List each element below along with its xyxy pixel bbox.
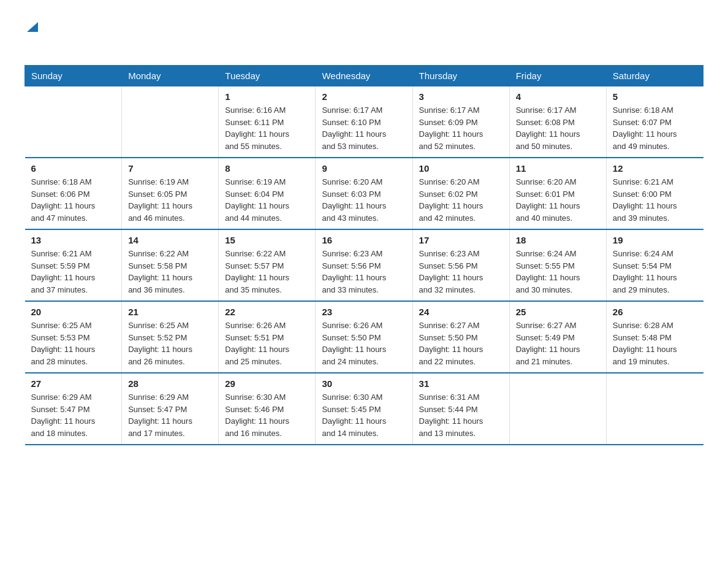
- day-number: 9: [322, 163, 406, 174]
- calendar-cell: 8Sunrise: 6:19 AM Sunset: 6:04 PM Daylig…: [219, 158, 316, 229]
- logo-triangle-icon: [26, 20, 39, 33]
- day-info: Sunrise: 6:20 AM Sunset: 6:01 PM Dayligh…: [516, 176, 600, 224]
- calendar-cell: [509, 373, 606, 445]
- calendar-cell: 22Sunrise: 6:26 AM Sunset: 5:51 PM Dayli…: [219, 301, 316, 373]
- calendar-cell: 13Sunrise: 6:21 AM Sunset: 5:59 PM Dayli…: [25, 229, 122, 301]
- calendar-cell: 31Sunrise: 6:31 AM Sunset: 5:44 PM Dayli…: [412, 373, 509, 445]
- day-number: 1: [225, 91, 309, 102]
- calendar-cell: 16Sunrise: 6:23 AM Sunset: 5:56 PM Dayli…: [316, 229, 412, 301]
- day-number: 13: [31, 235, 116, 245]
- calendar-cell: 17Sunrise: 6:23 AM Sunset: 5:56 PM Dayli…: [412, 229, 509, 301]
- calendar-week-row: 1Sunrise: 6:16 AM Sunset: 6:11 PM Daylig…: [25, 86, 703, 158]
- day-number: 3: [419, 91, 503, 102]
- calendar-cell: 29Sunrise: 6:30 AM Sunset: 5:46 PM Dayli…: [219, 373, 316, 445]
- day-info: Sunrise: 6:27 AM Sunset: 5:49 PM Dayligh…: [516, 320, 600, 367]
- calendar-table: SundayMondayTuesdayWednesdayThursdayFrid…: [25, 65, 703, 445]
- header-cell-friday: Friday: [509, 66, 606, 86]
- calendar-cell: 9Sunrise: 6:20 AM Sunset: 6:03 PM Daylig…: [316, 158, 412, 229]
- day-info: Sunrise: 6:23 AM Sunset: 5:56 PM Dayligh…: [322, 248, 406, 296]
- day-number: 23: [322, 307, 406, 317]
- calendar-header: SundayMondayTuesdayWednesdayThursdayFrid…: [25, 66, 703, 86]
- day-number: 5: [613, 91, 697, 102]
- day-number: 22: [225, 307, 309, 317]
- day-number: 10: [419, 163, 503, 174]
- calendar-cell: 5Sunrise: 6:18 AM Sunset: 6:07 PM Daylig…: [606, 86, 703, 158]
- day-number: 16: [322, 235, 406, 245]
- day-number: 18: [516, 235, 600, 245]
- day-info: Sunrise: 6:27 AM Sunset: 5:50 PM Dayligh…: [419, 320, 503, 367]
- calendar-cell: 15Sunrise: 6:22 AM Sunset: 5:57 PM Dayli…: [219, 229, 316, 301]
- day-number: 11: [516, 163, 600, 174]
- day-number: 15: [225, 235, 309, 245]
- day-info: Sunrise: 6:17 AM Sunset: 6:08 PM Dayligh…: [516, 104, 600, 152]
- calendar-cell: 18Sunrise: 6:24 AM Sunset: 5:55 PM Dayli…: [509, 229, 606, 301]
- day-info: Sunrise: 6:20 AM Sunset: 6:02 PM Dayligh…: [419, 176, 503, 224]
- day-number: 6: [31, 163, 116, 174]
- calendar-cell: 24Sunrise: 6:27 AM Sunset: 5:50 PM Dayli…: [412, 301, 509, 373]
- day-number: 12: [613, 163, 697, 174]
- calendar-cell: 26Sunrise: 6:28 AM Sunset: 5:48 PM Dayli…: [606, 301, 703, 373]
- day-info: Sunrise: 6:18 AM Sunset: 6:07 PM Dayligh…: [613, 104, 697, 152]
- day-number: 29: [225, 378, 309, 389]
- calendar-cell: 1Sunrise: 6:16 AM Sunset: 6:11 PM Daylig…: [219, 86, 316, 158]
- calendar-cell: 14Sunrise: 6:22 AM Sunset: 5:58 PM Dayli…: [122, 229, 219, 301]
- day-info: Sunrise: 6:17 AM Sunset: 6:10 PM Dayligh…: [322, 104, 406, 152]
- calendar-cell: 21Sunrise: 6:25 AM Sunset: 5:52 PM Dayli…: [122, 301, 219, 373]
- day-info: Sunrise: 6:22 AM Sunset: 5:58 PM Dayligh…: [128, 248, 212, 296]
- calendar-cell: 3Sunrise: 6:17 AM Sunset: 6:09 PM Daylig…: [412, 86, 509, 158]
- day-number: 19: [613, 235, 697, 245]
- page-header: [25, 18, 703, 53]
- day-info: Sunrise: 6:17 AM Sunset: 6:09 PM Dayligh…: [419, 104, 503, 152]
- calendar-cell: 20Sunrise: 6:25 AM Sunset: 5:53 PM Dayli…: [25, 301, 122, 373]
- day-number: 14: [128, 235, 212, 245]
- calendar-cell: 28Sunrise: 6:29 AM Sunset: 5:47 PM Dayli…: [122, 373, 219, 445]
- header-cell-tuesday: Tuesday: [219, 66, 316, 86]
- day-number: 4: [516, 91, 600, 102]
- calendar-cell: 10Sunrise: 6:20 AM Sunset: 6:02 PM Dayli…: [412, 158, 509, 229]
- day-info: Sunrise: 6:16 AM Sunset: 6:11 PM Dayligh…: [225, 104, 309, 152]
- day-info: Sunrise: 6:19 AM Sunset: 6:05 PM Dayligh…: [128, 176, 212, 224]
- day-info: Sunrise: 6:25 AM Sunset: 5:52 PM Dayligh…: [128, 320, 212, 367]
- calendar-cell: 7Sunrise: 6:19 AM Sunset: 6:05 PM Daylig…: [122, 158, 219, 229]
- calendar-week-row: 6Sunrise: 6:18 AM Sunset: 6:06 PM Daylig…: [25, 158, 703, 229]
- day-number: 21: [128, 307, 212, 317]
- day-info: Sunrise: 6:29 AM Sunset: 5:47 PM Dayligh…: [31, 391, 116, 439]
- calendar-cell: 11Sunrise: 6:20 AM Sunset: 6:01 PM Dayli…: [509, 158, 606, 229]
- day-info: Sunrise: 6:29 AM Sunset: 5:47 PM Dayligh…: [128, 391, 212, 439]
- day-number: 2: [322, 91, 406, 102]
- day-info: Sunrise: 6:30 AM Sunset: 5:46 PM Dayligh…: [225, 391, 309, 439]
- day-number: 7: [128, 163, 212, 174]
- day-info: Sunrise: 6:21 AM Sunset: 5:59 PM Dayligh…: [31, 248, 116, 296]
- calendar-cell: [122, 86, 219, 158]
- calendar-body: 1Sunrise: 6:16 AM Sunset: 6:11 PM Daylig…: [25, 86, 703, 445]
- header-cell-saturday: Saturday: [606, 66, 703, 86]
- header-cell-thursday: Thursday: [412, 66, 509, 86]
- calendar-week-row: 27Sunrise: 6:29 AM Sunset: 5:47 PM Dayli…: [25, 373, 703, 445]
- day-info: Sunrise: 6:30 AM Sunset: 5:45 PM Dayligh…: [322, 391, 406, 439]
- calendar-cell: 27Sunrise: 6:29 AM Sunset: 5:47 PM Dayli…: [25, 373, 122, 445]
- calendar-week-row: 20Sunrise: 6:25 AM Sunset: 5:53 PM Dayli…: [25, 301, 703, 373]
- day-number: 27: [31, 378, 116, 389]
- logo: [25, 18, 39, 53]
- calendar-cell: [25, 86, 122, 158]
- calendar-cell: 12Sunrise: 6:21 AM Sunset: 6:00 PM Dayli…: [606, 158, 703, 229]
- calendar-cell: 19Sunrise: 6:24 AM Sunset: 5:54 PM Dayli…: [606, 229, 703, 301]
- day-number: 25: [516, 307, 600, 317]
- day-info: Sunrise: 6:18 AM Sunset: 6:06 PM Dayligh…: [31, 176, 116, 224]
- header-cell-monday: Monday: [122, 66, 219, 86]
- day-info: Sunrise: 6:23 AM Sunset: 5:56 PM Dayligh…: [419, 248, 503, 296]
- svg-marker-0: [27, 22, 38, 32]
- day-info: Sunrise: 6:20 AM Sunset: 6:03 PM Dayligh…: [322, 176, 406, 224]
- day-info: Sunrise: 6:24 AM Sunset: 5:54 PM Dayligh…: [613, 248, 697, 296]
- day-number: 30: [322, 378, 406, 389]
- day-number: 26: [613, 307, 697, 317]
- calendar-cell: 23Sunrise: 6:26 AM Sunset: 5:50 PM Dayli…: [316, 301, 412, 373]
- day-info: Sunrise: 6:31 AM Sunset: 5:44 PM Dayligh…: [419, 391, 503, 439]
- day-info: Sunrise: 6:21 AM Sunset: 6:00 PM Dayligh…: [613, 176, 697, 224]
- day-info: Sunrise: 6:19 AM Sunset: 6:04 PM Dayligh…: [225, 176, 309, 224]
- calendar-cell: [606, 373, 703, 445]
- calendar-cell: 25Sunrise: 6:27 AM Sunset: 5:49 PM Dayli…: [509, 301, 606, 373]
- calendar-cell: 6Sunrise: 6:18 AM Sunset: 6:06 PM Daylig…: [25, 158, 122, 229]
- calendar-week-row: 13Sunrise: 6:21 AM Sunset: 5:59 PM Dayli…: [25, 229, 703, 301]
- header-cell-sunday: Sunday: [25, 66, 122, 86]
